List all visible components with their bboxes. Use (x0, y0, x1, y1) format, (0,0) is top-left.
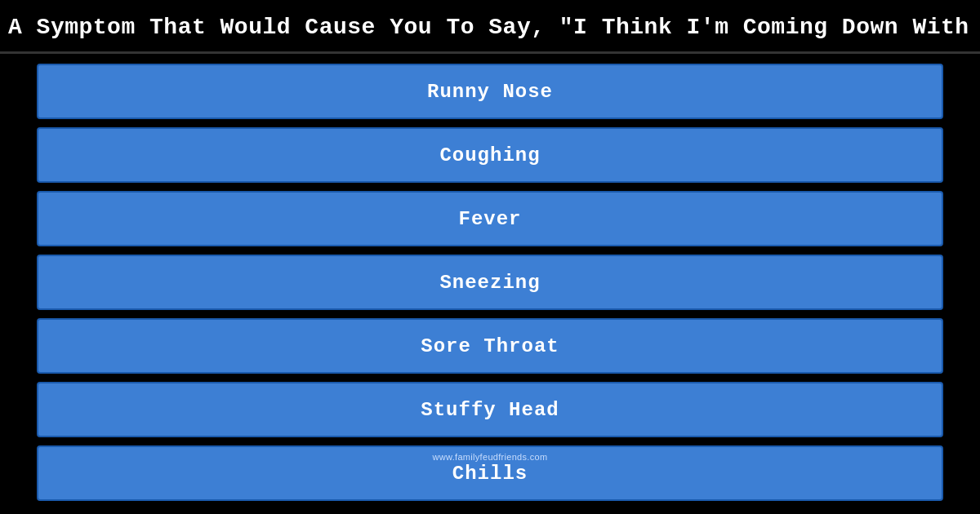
answer-row-5[interactable]: Sore Throat (37, 318, 943, 374)
answer-row-4[interactable]: Sneezing (37, 255, 943, 310)
answer-row-6[interactable]: Stuffy Head (37, 382, 943, 437)
website-label: www.familyfeudfriends.com (433, 452, 548, 462)
answers-list: Runny NoseCoughingFeverSneezingSore Thro… (0, 54, 980, 509)
answer-label-6: Stuffy Head (421, 399, 559, 421)
answer-label-5: Sore Throat (421, 335, 559, 357)
answer-label-7: Chills (452, 463, 528, 485)
question-header: A Symptom That Would Cause You To Say, "… (0, 0, 980, 54)
answer-label-2: Coughing (439, 144, 540, 166)
answer-row-7[interactable]: www.familyfeudfriends.comChills (37, 445, 943, 501)
answer-label-3: Fever (458, 208, 521, 230)
answer-label-4: Sneezing (439, 272, 540, 294)
answer-row-2[interactable]: Coughing (37, 127, 943, 183)
answer-label-1: Runny Nose (427, 81, 553, 103)
answer-row-1[interactable]: Runny Nose (37, 64, 943, 119)
answer-row-3[interactable]: Fever (37, 191, 943, 246)
question-text: A Symptom That Would Cause You To Say, "… (8, 15, 980, 40)
